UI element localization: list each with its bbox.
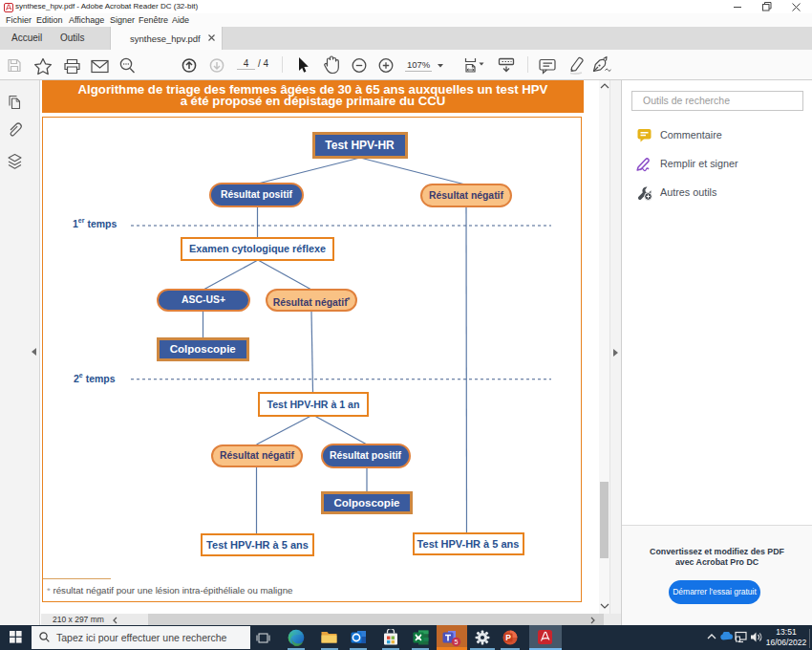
svg-text:P: P (505, 633, 511, 642)
svg-text:5: 5 (455, 639, 459, 645)
